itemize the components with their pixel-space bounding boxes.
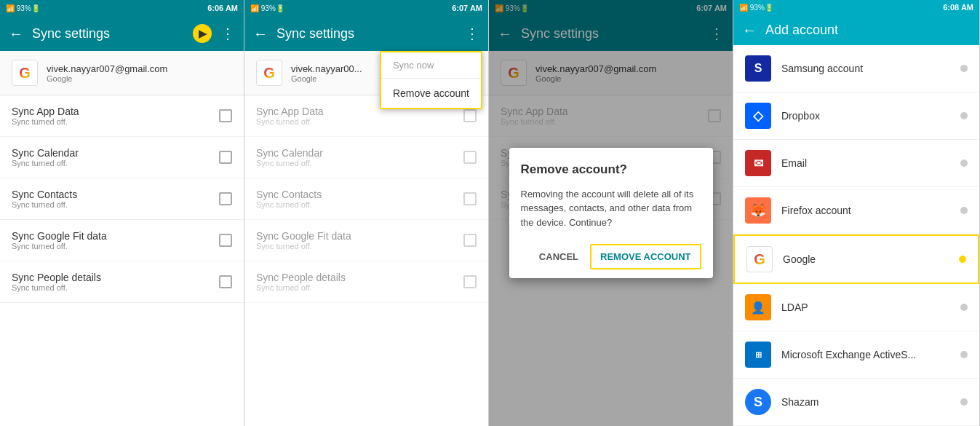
sync-item-text-cal-2: Sync Calendar Sync turned off. [256, 147, 323, 167]
exchange-label: Microsoft Exchange ActiveS... [781, 349, 950, 360]
samsung-label: Samsung account [781, 63, 950, 74]
time-1: 6:06 AM [207, 4, 238, 12]
samsung-dot [960, 65, 968, 72]
back-arrow-2[interactable]: ← [253, 25, 268, 42]
sync-item-fit-2[interactable]: Sync Google Fit data Sync turned off. [244, 220, 488, 261]
signal-icons-1: 📶 93%🔋 [6, 4, 40, 12]
back-arrow-4[interactable]: ← [742, 22, 757, 39]
sync-item-text-fit-2: Sync Google Fit data Sync turned off. [256, 230, 351, 251]
sync-check-fit-1[interactable] [219, 234, 232, 247]
email-label: Email [781, 157, 950, 169]
email-dot [960, 159, 968, 167]
email-icon: ✉ [745, 150, 771, 176]
sync-label-appdata-2: Sync App Data [256, 106, 324, 117]
dropbox-icon: ◇ [745, 103, 771, 129]
top-bar-4: ← Add account [733, 15, 979, 45]
account-item-dropbox[interactable]: ◇ Dropbox [733, 92, 979, 140]
google-label: Google [783, 253, 949, 265]
menu-icon-2[interactable]: ⋮ [465, 25, 479, 42]
shazam-dot [960, 398, 968, 406]
panel-2: 📶 93%🔋 6:07 AM ← Sync settings ⋮ G vivek… [244, 0, 489, 426]
top-bar-2: ← Sync settings ⋮ [244, 16, 488, 51]
sync-check-appdata-1[interactable] [219, 109, 232, 122]
dialog-actions: CANCEL REMOVE ACCOUNT [521, 244, 701, 269]
sync-sub-appdata-2: Sync turned off. [256, 117, 324, 126]
time-4: 6:08 AM [943, 3, 973, 12]
panel-1: 📶 93%🔋 6:06 AM ← Sync settings ▶ ⋮ G viv… [0, 0, 244, 426]
title-2: Sync settings [276, 26, 456, 42]
dropbox-label: Dropbox [781, 110, 950, 122]
ldap-label: LDAP [781, 301, 950, 313]
sync-label-ppl-1: Sync People details [12, 272, 101, 283]
google-g-icon-1: G [19, 65, 31, 82]
shazam-label: Shazam [781, 396, 950, 408]
google-g-icon-2: G [263, 65, 275, 82]
account-item-samsung[interactable]: S Samsung account [733, 45, 979, 92]
sync-sub-appdata-1: Sync turned off. [12, 117, 79, 126]
dropdown-menu: Sync now Remove account [380, 51, 482, 109]
status-bar-4: 📶 93%🔋 6:08 AM [733, 0, 979, 15]
sync-label-cal-2: Sync Calendar [256, 147, 323, 159]
add-account-list: S Samsung account ◇ Dropbox ✉ Email 🦊 Fi… [733, 45, 979, 426]
sync-item-calendar-1[interactable]: Sync Calendar Sync turned off. [0, 137, 244, 178]
account-item-ldap[interactable]: 👤 LDAP [733, 284, 979, 331]
sync-check-con-1[interactable] [219, 192, 232, 205]
account-item-shazam[interactable]: S Shazam [733, 379, 979, 426]
sync-item-contacts-1[interactable]: Sync Contacts Sync turned off. [0, 178, 244, 220]
exchange-dot [960, 351, 968, 358]
sync-check-con-2[interactable] [463, 192, 477, 205]
dialog-overlay: Remove account? Removing the account wil… [489, 0, 733, 426]
sync-check-cal-1[interactable] [219, 151, 232, 164]
remove-account-dialog: Remove account? Removing the account wil… [509, 148, 713, 279]
panel-3: 📶 93%🔋 6:07 AM ← Sync settings ⋮ G vivek… [489, 0, 733, 426]
signal-icons-4: 📶 93%🔋 [739, 4, 773, 12]
dialog-confirm-button[interactable]: REMOVE ACCOUNT [590, 244, 701, 269]
sync-item-fit-1[interactable]: Sync Google Fit data Sync turned off. [0, 220, 244, 261]
arrow-badge-1: ▶ [193, 24, 212, 43]
panel-4: 📶 93%🔋 6:08 AM ← Add account S Samsung a… [733, 0, 980, 426]
account-item-firefox[interactable]: 🦊 Firefox account [733, 187, 979, 234]
account-provider-2: Google [291, 74, 362, 83]
sync-label-appdata-1: Sync App Data [12, 106, 79, 117]
account-email-1: vivek.nayyar007@gmail.com [47, 63, 167, 74]
sync-sub-con-1: Sync turned off. [12, 200, 77, 209]
google-add-g: G [754, 251, 765, 268]
sync-item-contacts-2[interactable]: Sync Contacts Sync turned off. [244, 178, 488, 220]
dropdown-sync-now[interactable]: Sync now [381, 52, 481, 79]
menu-icon-1[interactable]: ⋮ [220, 25, 235, 42]
sync-sub-ppl-1: Sync turned off. [12, 283, 101, 292]
sync-item-people-1[interactable]: Sync People details Sync turned off. [0, 261, 244, 303]
title-4: Add account [765, 23, 971, 38]
account-item-exchange[interactable]: ⊞ Microsoft Exchange ActiveS... [733, 331, 979, 379]
sync-item-text-1: Sync App Data Sync turned off. [12, 106, 79, 126]
account-email-2: vivek.nayyar00... [291, 63, 362, 74]
firefox-dot [960, 207, 968, 214]
dropdown-remove-account[interactable]: Remove account [381, 79, 481, 108]
sync-sub-fit-1: Sync turned off. [12, 242, 107, 251]
dialog-body: Removing the account will delete all of … [521, 187, 701, 230]
sync-check-fit-2[interactable] [463, 234, 477, 247]
sync-check-appdata-2[interactable] [463, 109, 477, 122]
sync-item-appdata-1[interactable]: Sync App Data Sync turned off. [0, 95, 244, 137]
sync-item-text-fit-1: Sync Google Fit data Sync turned off. [12, 230, 107, 251]
sync-check-cal-2[interactable] [463, 151, 477, 164]
top-bar-1: ← Sync settings ▶ ⋮ [0, 16, 244, 51]
dialog-title: Remove account? [521, 162, 701, 177]
sync-item-people-2[interactable]: Sync People details Sync turned off. [244, 261, 488, 303]
dialog-cancel-button[interactable]: CANCEL [530, 244, 587, 269]
sync-check-ppl-1[interactable] [219, 275, 232, 288]
sync-list-2: Sync App Data Sync turned off. Sync Cale… [244, 95, 488, 426]
sync-label-ppl-2: Sync People details [256, 272, 346, 283]
sync-item-text-ppl-2: Sync People details Sync turned off. [256, 272, 346, 292]
sync-item-text-cal-1: Sync Calendar Sync turned off. [12, 147, 79, 167]
account-item-google[interactable]: G Google [733, 234, 979, 284]
account-item-email[interactable]: ✉ Email [733, 140, 979, 187]
back-arrow-1[interactable]: ← [9, 25, 23, 42]
status-bar-2: 📶 93%🔋 6:07 AM [244, 0, 488, 16]
ldap-icon: 👤 [745, 294, 771, 320]
firefox-label: Firefox account [781, 205, 950, 216]
sync-item-calendar-2[interactable]: Sync Calendar Sync turned off. [244, 137, 488, 178]
sync-list-1: Sync App Data Sync turned off. Sync Cale… [0, 95, 244, 426]
sync-item-text-con-2: Sync Contacts Sync turned off. [256, 189, 322, 209]
sync-check-ppl-2[interactable] [463, 275, 477, 288]
